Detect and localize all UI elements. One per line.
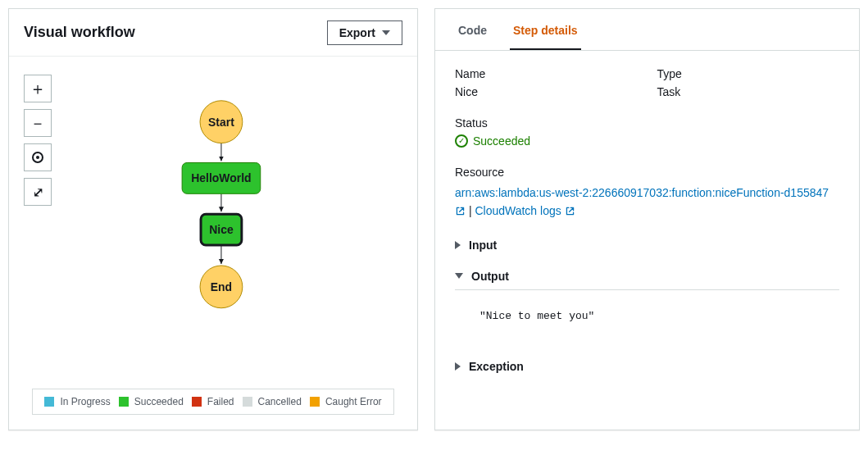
type-label: Type: [657, 67, 840, 80]
legend-failed: Failed: [192, 396, 234, 407]
node-start[interactable]: Start: [200, 101, 243, 143]
external-link-icon: [565, 204, 575, 217]
chevron-down-icon: [455, 273, 463, 279]
swatch-caught-error: [310, 397, 320, 407]
step-details-panel: Code Step details Name Nice Type Task St…: [434, 8, 860, 430]
swatch-failed: [192, 397, 202, 407]
legend-cancelled: Cancelled: [243, 396, 302, 407]
status-value: ✓ Succeeded: [455, 134, 839, 148]
chevron-right-icon: [455, 241, 461, 249]
input-toggle[interactable]: Input: [455, 239, 839, 252]
workflow-body: ＋ － ⤢ Start: [9, 57, 417, 430]
export-button[interactable]: Export: [327, 20, 402, 45]
node-start-label: Start: [208, 116, 234, 129]
workflow-header: Visual workflow Export: [9, 9, 417, 57]
node-end[interactable]: End: [200, 266, 243, 308]
node-nice[interactable]: Nice: [201, 214, 242, 245]
exception-toggle[interactable]: Exception: [455, 360, 839, 373]
workflow-legend: In Progress Succeeded Failed Cancelled C…: [32, 389, 394, 415]
node-end-label: End: [211, 280, 232, 293]
swatch-cancelled: [243, 397, 252, 407]
tab-code[interactable]: Code: [455, 9, 490, 50]
node-nice-label: Nice: [209, 223, 234, 236]
resource-value: arn:aws:lambda:us-west-2:226660917032:fu…: [455, 184, 839, 221]
output-content: "Nice to meet you": [455, 290, 839, 342]
caret-down-icon: [382, 30, 390, 35]
swatch-in-progress: [44, 397, 54, 407]
export-label: Export: [339, 26, 375, 39]
tabs: Code Step details: [435, 9, 859, 51]
name-label: Name: [455, 67, 638, 80]
legend-caught-error: Caught Error: [310, 396, 382, 407]
chevron-right-icon: [455, 362, 461, 371]
node-helloworld[interactable]: HelloWorld: [182, 162, 261, 193]
workflow-canvas[interactable]: Start HelloWorld Nice End: [9, 57, 417, 379]
legend-in-progress: In Progress: [44, 396, 110, 407]
cloudwatch-logs-link[interactable]: CloudWatch logs: [475, 204, 575, 217]
output-toggle[interactable]: Output: [455, 270, 839, 283]
status-label: Status: [455, 116, 839, 130]
visual-workflow-panel: Visual workflow Export ＋ － ⤢: [8, 8, 418, 430]
legend-succeeded: Succeeded: [119, 396, 184, 407]
tab-step-details[interactable]: Step details: [510, 9, 581, 50]
details-body: Name Nice Type Task Status ✓ Succeeded R…: [435, 51, 859, 378]
type-value: Task: [657, 85, 840, 98]
node-helloworld-label: HelloWorld: [191, 171, 251, 184]
name-value: Nice: [455, 85, 638, 98]
external-link-icon: [455, 204, 469, 217]
swatch-succeeded: [119, 397, 129, 407]
workflow-title: Visual workflow: [24, 24, 135, 41]
check-circle-icon: ✓: [455, 134, 468, 148]
resource-label: Resource: [455, 166, 839, 179]
